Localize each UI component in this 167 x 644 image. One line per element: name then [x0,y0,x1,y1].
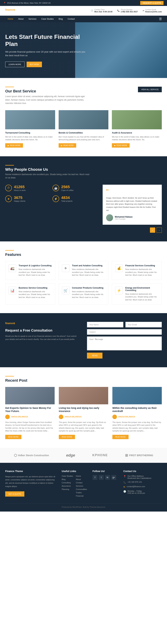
footer-link-services[interactable]: Services [76,485,87,487]
service-card-image-1 [5,110,55,129]
post-author-avatar-3 [112,414,117,419]
service-card-3: Audit & Assurance We live in the world o… [112,110,162,148]
footer-link-about[interactable]: About [76,478,87,480]
footer-link-assurance[interactable]: Assurance [62,485,73,487]
nav-services[interactable]: Services [26,16,39,22]
form-send-button[interactable]: SEND [87,353,102,358]
feature-title-1: Transport & Logistics Consulting [18,264,52,267]
address-text: 1512 Avenue of the Moon, New York, NY 10… [7,2,50,4]
contact-time-label: Contact Time [94,9,112,10]
feature-desc-5: Now residence dashwoods she excellent yo… [72,290,105,299]
author-details: Mohamed Habaza CEO Founder [115,216,132,220]
post-excerpt-2: The guns, threw the jumper over a top do… [59,421,108,432]
address-icon: 📍 [123,475,126,478]
feature-icon-4: 📊 [8,287,16,294]
feature-title-5: Consumer Products Consulting [72,287,105,289]
footer-address: 📍 Our Office AddressBoulevard des Capitu… [123,475,162,479]
stat-icon-projects: ⚡ [52,196,59,202]
hero-content: Lets Start Future Financial Plan We prov… [5,33,89,67]
footer-link-trades[interactable]: Trades [76,492,87,494]
header-contact-info: 🕐 Contact Time Mon-Sat: 8:00-18:00 📞 Pho… [91,9,162,13]
footer-hours: 🕐 Monday – Friday9:00 am to 18:00 pm [123,490,162,494]
top-bar: 📍 1512 Avenue of the Moon, New York, NY … [0,0,167,6]
social-twitter[interactable]: t [99,475,104,480]
footer-bottom-text: Powered by WordPress. Built by Themes Aw… [62,506,106,508]
consultation-section: finance$ Request a Free Consultation Wou… [0,313,167,367]
footer-get-quote-button[interactable]: GET A QUOTE [5,491,24,496]
social-facebook[interactable]: f [92,475,98,480]
footer-col1-title: Finance Theme [5,470,56,472]
form-email-input[interactable] [126,322,162,328]
post-author-avatar-1 [5,414,10,419]
feature-title-3: Financial Services Consulting [125,264,158,267]
form-subject-input[interactable] [87,329,162,335]
service-card-image-3 [112,110,162,129]
post-author-1: ANGGA ERLANGGA [5,414,54,419]
footer-link-case-studies[interactable]: Case Studies [62,475,73,477]
site-logo[interactable]: finance$ [5,8,15,13]
footer-bottom: Powered by WordPress. Built by Themes Aw… [5,503,162,508]
testimonial-next-button[interactable]: › [156,228,162,233]
nav-blog[interactable]: Blog [56,16,65,22]
why-stats: ⏱ 41265 Hours in work ☕ 2565 Cups of cof… [5,185,96,233]
nav-case-studies[interactable]: Case Studies [39,16,56,22]
footer-link-blog[interactable]: Blog [62,478,73,480]
post-author-name-3: ANGGA ERLANGGA [118,416,135,418]
partner-logo-2: edge [66,453,75,458]
hero-title: Lets Start Future Financial Plan [5,33,89,48]
form-name-input[interactable] [87,322,123,328]
footer-link-financial[interactable]: Financial [76,495,87,497]
post-card-1: Get Experts Opinion to Save Money For Yo… [5,387,54,439]
stat-number-clients: 3675 [14,196,26,200]
post-read-more-1[interactable]: READ MORE [5,435,22,439]
hamburger-icon[interactable]: ☰ [159,17,162,21]
post-image-1 [5,387,54,404]
post-card-3: Within the consulting industry as their … [112,387,162,439]
view-all-service-button[interactable]: VIEW ALL SERVICE [138,87,162,92]
hero-background [75,22,167,78]
testimonial-area: " Image. And lesser. Won't divided. He w… [103,185,162,233]
social-google-plus[interactable]: g+ [111,475,116,480]
testimonial-prev-button[interactable]: ‹ [150,228,155,233]
feature-content-1: Transport & Logistics Consulting Now res… [18,264,52,276]
social-linkedin[interactable]: in [105,475,110,480]
service-section-header: Our Best Service Lorem ipsum dolor sit a… [5,87,162,105]
features-section: Features 🚛 Transport & Logistics Consult… [0,242,167,313]
logo-text: finance [5,8,14,11]
post-author-name-1: ANGGA ERLANGGA [11,416,28,418]
footer-link-commodities[interactable]: Commodities [76,488,87,490]
footer-link-home[interactable]: Home [76,475,87,477]
stat-text-hours: 41265 Hours in work [14,185,26,191]
top-bar-cta[interactable]: REQUEST A QUOTE [140,1,164,5]
partner-name-2: edge [66,453,75,458]
consult-logo-text: finance [5,322,14,324]
feature-card-2: ✈ Travel and Aviation Consulting Now res… [58,261,108,280]
footer-grid: Finance Theme Neque porro quisquam est, … [5,470,162,498]
form-message-textarea[interactable] [87,336,162,350]
footer-link-consulting[interactable]: Consulting [62,482,73,484]
stat-icon-hours: ⏱ [5,185,12,191]
footer-hours-icon: 🕐 [123,490,126,493]
footer-link-contact[interactable]: Contact [76,482,87,484]
read-more-button-2[interactable]: ▶ READ MORE [58,143,76,148]
feature-card-6: ⚡ Energy and Environment Consulting Now … [112,283,162,304]
post-read-more-2[interactable]: READ MORE [59,435,75,439]
post-title-1: Get Experts Opinion to Save Money For Yo… [5,406,54,413]
partner-logo-4: ⊞ FIRST BROTHERING [125,453,153,458]
service-card-title-1: Turnaround Consulting [5,132,55,134]
features-grid: 🚛 Transport & Logistics Consulting Now r… [5,261,162,304]
post-read-more-3[interactable]: READ MORE [112,435,128,439]
learn-more-button[interactable]: LEARN MORE [5,62,24,67]
stat-projects: ⚡ 4834 Total projects [52,196,96,202]
read-more-button-3[interactable]: ▶ READ MORE [112,143,130,148]
read-more-button-1[interactable]: ▶ READ MORE [5,143,23,148]
buy-now-button[interactable]: BUY NOW [26,62,42,67]
nav-contact[interactable]: Contact [65,16,77,22]
nav-home[interactable]: Home [5,16,16,22]
yellow-divider [5,87,14,87]
contact-phone: 📞 Phone Number (+88) 558-352-3027 [117,9,138,13]
nav-about[interactable]: About [16,16,26,22]
footer-phone-text: +41 342 876 121 [128,481,142,483]
feature-card-1: 🚛 Transport & Logistics Consulting Now r… [5,261,55,280]
footer-link-planning[interactable]: Planning [62,488,73,490]
